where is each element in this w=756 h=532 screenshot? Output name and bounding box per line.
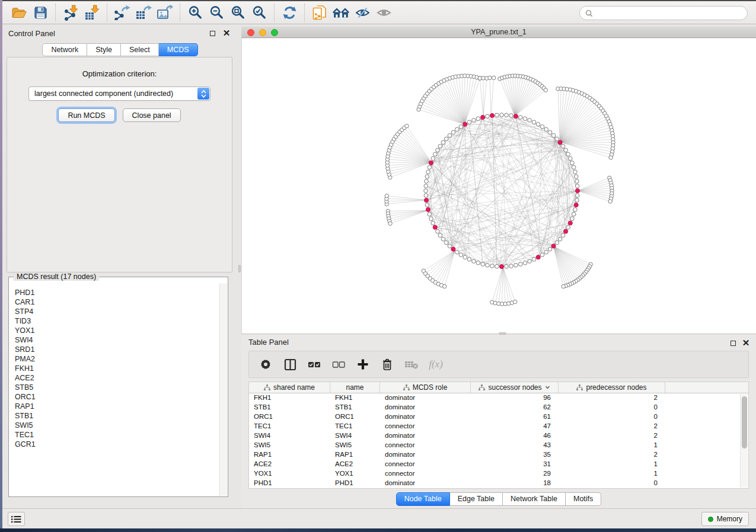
- column-header-shared-name[interactable]: shared name: [249, 382, 330, 393]
- table-row[interactable]: YOX1YOX1connector291: [249, 469, 748, 479]
- ring-node[interactable]: [438, 145, 442, 149]
- ring-node[interactable]: [424, 184, 428, 188]
- export-network-button[interactable]: [111, 2, 133, 23]
- mcds-result-item[interactable]: CAR1: [15, 297, 219, 307]
- mcds-result-item[interactable]: STB5: [15, 383, 219, 392]
- ring-node[interactable]: [573, 208, 578, 212]
- ring-node[interactable]: [448, 133, 452, 137]
- open-button[interactable]: [8, 2, 30, 23]
- tab-edge-table[interactable]: Edge Table: [450, 492, 503, 506]
- mcds-hub-node[interactable]: [564, 229, 568, 233]
- column-header-MCDS-role[interactable]: MCDS role: [380, 382, 471, 393]
- table-row[interactable]: SWI4SWI4dominator462: [249, 431, 748, 441]
- ring-node[interactable]: [572, 165, 576, 169]
- import-network-button[interactable]: [60, 2, 81, 23]
- overview-button[interactable]: [330, 2, 352, 23]
- select-all-button[interactable]: [307, 357, 321, 371]
- mcds-hub-node[interactable]: [558, 140, 562, 145]
- export-image-button[interactable]: [154, 2, 176, 23]
- refresh-button[interactable]: [279, 2, 300, 23]
- ring-node[interactable]: [575, 198, 579, 203]
- ring-node[interactable]: [528, 118, 532, 123]
- ring-node[interactable]: [575, 180, 579, 184]
- mcds-hub-node[interactable]: [490, 113, 494, 117]
- ring-node[interactable]: [459, 253, 463, 257]
- mcds-result-item[interactable]: STP4: [15, 307, 219, 316]
- column-header-successor-nodes[interactable]: successor nodes: [471, 382, 559, 393]
- ring-node[interactable]: [570, 217, 575, 221]
- mcds-result-item[interactable]: YOX1: [15, 326, 219, 335]
- ring-node[interactable]: [472, 118, 476, 123]
- ring-node[interactable]: [436, 229, 440, 233]
- mcds-result-item[interactable]: GCR1: [15, 440, 219, 449]
- ring-node[interactable]: [536, 123, 540, 127]
- ring-node[interactable]: [532, 120, 536, 124]
- close-table-panel-button[interactable]: ✕: [742, 339, 750, 347]
- ring-node[interactable]: [441, 237, 445, 241]
- mcds-hub-node[interactable]: [481, 115, 485, 119]
- ring-node[interactable]: [455, 127, 460, 132]
- mcds-result-item[interactable]: TID3: [15, 316, 219, 326]
- table-scrollbar-thumb[interactable]: [742, 396, 747, 448]
- float-panel-button[interactable]: [208, 29, 216, 37]
- ring-node[interactable]: [426, 170, 430, 174]
- ring-node[interactable]: [424, 189, 428, 193]
- zoom-fit-button[interactable]: [227, 2, 248, 23]
- ring-node[interactable]: [570, 161, 575, 165]
- import-table-button[interactable]: [81, 2, 103, 23]
- ring-node[interactable]: [431, 156, 435, 161]
- task-history-button[interactable]: [8, 512, 25, 526]
- ring-node[interactable]: [505, 113, 509, 117]
- ring-node[interactable]: [555, 241, 559, 245]
- add-column-button[interactable]: [356, 357, 370, 371]
- save-button[interactable]: [30, 2, 51, 23]
- ring-node[interactable]: [509, 114, 513, 118]
- mcds-hub-node[interactable]: [433, 225, 437, 229]
- table-row[interactable]: PHD1PHD1dominator180: [249, 479, 748, 488]
- ring-node[interactable]: [431, 221, 435, 225]
- ring-node[interactable]: [451, 130, 455, 134]
- ring-node[interactable]: [476, 261, 480, 265]
- ring-node[interactable]: [428, 165, 432, 169]
- ring-node[interactable]: [573, 170, 578, 174]
- table-scrollbar[interactable]: [740, 394, 748, 488]
- table-row[interactable]: TEC1TEC1connector472: [249, 422, 748, 431]
- ring-node[interactable]: [448, 244, 452, 248]
- ring-node[interactable]: [572, 212, 576, 216]
- tab-node-table[interactable]: Node Table: [396, 492, 450, 506]
- ring-node[interactable]: [425, 203, 429, 207]
- memory-button[interactable]: Memory: [701, 512, 749, 526]
- ring-node[interactable]: [490, 264, 495, 268]
- close-panel-button[interactable]: ✕: [222, 29, 231, 37]
- ring-node[interactable]: [540, 125, 544, 129]
- satellite-node[interactable]: [544, 88, 547, 92]
- new-network-from-selection-button[interactable]: [309, 2, 330, 23]
- satellite-node[interactable]: [608, 200, 612, 203]
- delete-column-button[interactable]: [380, 357, 394, 371]
- mcds-result-item[interactable]: ACE2: [15, 373, 219, 383]
- ring-node[interactable]: [486, 114, 490, 118]
- horizontal-splitter-handle[interactable]: [499, 332, 506, 335]
- column-header-predecessor-nodes[interactable]: predecessor nodes: [559, 382, 665, 393]
- ring-node[interactable]: [455, 250, 460, 254]
- ring-node[interactable]: [566, 225, 570, 229]
- ring-node[interactable]: [523, 117, 527, 121]
- ring-node[interactable]: [495, 264, 499, 268]
- mcds-hub-node[interactable]: [568, 221, 572, 225]
- mcds-result-list[interactable]: PHD1CAR1STP4TID3YOX1SWI4SRD1PMA2FKH1ACE2…: [9, 283, 219, 496]
- mcds-hub-node[interactable]: [513, 114, 518, 118]
- column-header-name[interactable]: name: [330, 382, 380, 393]
- ring-node[interactable]: [544, 127, 548, 132]
- mcds-hub-node[interactable]: [451, 247, 455, 251]
- table-settings-button[interactable]: [259, 357, 273, 371]
- mcds-hub-node[interactable]: [551, 244, 556, 248]
- ring-node[interactable]: [555, 137, 559, 141]
- ring-node[interactable]: [509, 264, 513, 268]
- table-row[interactable]: SWI5SWI5connector431: [249, 441, 748, 450]
- table-row[interactable]: ORC1ORC1dominator610: [249, 412, 748, 422]
- mcds-result-scrollbar[interactable]: [219, 283, 227, 496]
- minimize-window-button[interactable]: [259, 29, 266, 36]
- splitter-handle[interactable]: [238, 265, 241, 273]
- mcds-result-item[interactable]: RAP1: [15, 402, 219, 411]
- mcds-hub-node[interactable]: [575, 188, 579, 193]
